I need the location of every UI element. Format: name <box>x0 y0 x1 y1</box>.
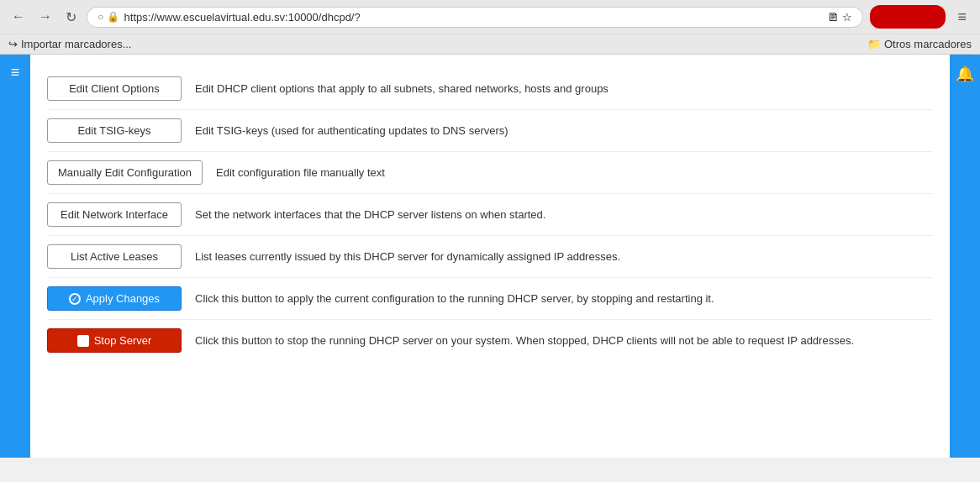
left-sidebar-button[interactable]: ≡ <box>0 55 30 458</box>
url-text: https://www.escuelavirtual.edu.sv:10000/… <box>124 11 824 24</box>
action-button-label: Edit TSIG-keys <box>77 124 150 137</box>
security-icon: ○ 🔒 <box>97 11 119 23</box>
action-description: Edit DHCP client options that apply to a… <box>195 82 933 95</box>
bookmark-icon: ☆ <box>842 11 852 24</box>
browser-chrome: ← → ↻ ○ 🔒 https://www.escuelavirtual.edu… <box>0 0 980 55</box>
main-content: Edit Client OptionsEdit DHCP client opti… <box>30 55 950 458</box>
bookmarks-bar: ↪ Importar marcadores... 📁 Otros marcado… <box>0 34 980 54</box>
screenshot-icon: 🖹 <box>828 11 839 24</box>
action-row: Edit Network InterfaceSet the network in… <box>47 194 933 236</box>
bookmark-other[interactable]: 📁 Otros marcadores <box>867 38 972 50</box>
action-button-label: Apply Changes <box>86 292 160 305</box>
browser-toolbar: ← → ↻ ○ 🔒 https://www.escuelavirtual.edu… <box>0 0 980 34</box>
action-row: ✓Apply ChangesClick this button to apply… <box>47 278 933 320</box>
action-description: Edit TSIG-keys (used for authenticating … <box>195 124 933 137</box>
action-button-label: Manually Edit Configuration <box>58 166 192 179</box>
reload-button[interactable]: ↻ <box>62 8 80 27</box>
address-bar[interactable]: ○ 🔒 https://www.escuelavirtual.edu.sv:10… <box>87 7 863 28</box>
profile-button[interactable] <box>870 5 946 29</box>
bookmark-folder-icon: 📁 <box>867 38 881 50</box>
bookmark-other-label: Otros marcadores <box>884 38 972 50</box>
action-row: Manually Edit ConfigurationEdit configur… <box>47 152 933 194</box>
action-button-label: Edit Client Options <box>69 82 160 95</box>
back-button[interactable]: ← <box>8 8 29 26</box>
action-description: Set the network interfaces that the DHCP… <box>195 208 933 221</box>
hamburger-icon: ≡ <box>11 65 20 80</box>
action-description: Edit configuration file manually text <box>216 166 933 179</box>
bell-icon: 🔔 <box>956 65 974 83</box>
action-button-label: Edit Network Interface <box>61 208 168 221</box>
action-description: List leases currently issued by this DHC… <box>195 250 933 263</box>
action-row: Edit Client OptionsEdit DHCP client opti… <box>47 68 933 110</box>
action-description: Click this button to apply the current c… <box>195 292 933 305</box>
action-row: Edit TSIG-keysEdit TSIG-keys (used for a… <box>47 110 933 152</box>
address-bar-actions: 🖹 ☆ <box>828 11 852 24</box>
forward-button[interactable]: → <box>35 8 55 26</box>
action-button-label: List Active Leases <box>71 250 158 263</box>
bookmark-import-label: Importar marcadores... <box>21 38 132 50</box>
action-button-edit-network-interface[interactable]: Edit Network Interface <box>47 202 182 227</box>
bookmark-import[interactable]: ↪ Importar marcadores... <box>8 38 132 50</box>
right-sidebar-button[interactable]: 🔔 <box>950 55 980 458</box>
page-content: ≡ Edit Client OptionsEdit DHCP client op… <box>0 55 980 458</box>
action-button-list-active-leases[interactable]: List Active Leases <box>47 244 182 269</box>
action-button-edit-client-options[interactable]: Edit Client Options <box>47 76 182 101</box>
action-button-edit-tsig-keys[interactable]: Edit TSIG-keys <box>47 118 182 143</box>
action-row: List Active LeasesList leases currently … <box>47 236 933 278</box>
check-circle-icon: ✓ <box>69 293 81 305</box>
action-button-label: Stop Server <box>94 334 152 347</box>
action-description: Click this button to stop the running DH… <box>195 334 933 347</box>
bookmark-import-icon: ↪ <box>8 38 18 50</box>
stop-icon <box>77 335 89 347</box>
action-row: Stop ServerClick this button to stop the… <box>47 320 933 361</box>
action-button-stop-server[interactable]: Stop Server <box>47 328 182 353</box>
action-button-apply-changes[interactable]: ✓Apply Changes <box>47 286 182 311</box>
browser-menu-button[interactable]: ≡ <box>952 7 972 28</box>
action-button-manually-edit-configuration[interactable]: Manually Edit Configuration <box>47 160 203 185</box>
